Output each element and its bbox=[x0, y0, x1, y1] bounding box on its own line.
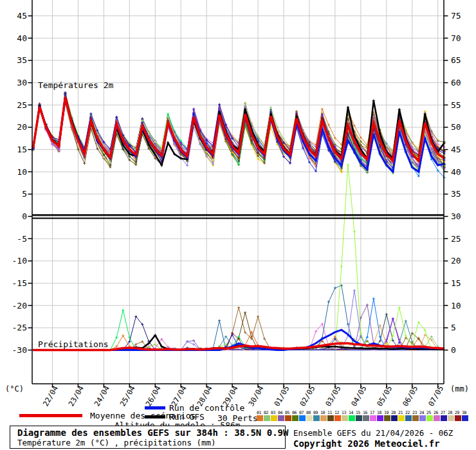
left-tick-label: 25 bbox=[17, 100, 27, 110]
run-info: Ensemble GEFS du 21/04/2026 - 06Z bbox=[293, 428, 453, 438]
pert-color-square bbox=[462, 415, 468, 421]
date-label: 23/04 bbox=[67, 384, 86, 408]
pert-number: 26 bbox=[434, 410, 441, 415]
pert-color-square bbox=[327, 415, 334, 421]
pert-color-square bbox=[412, 415, 419, 421]
right-tick-label: 35 bbox=[451, 189, 461, 199]
pert-number: 03 bbox=[271, 410, 278, 415]
left-tick-label: -10 bbox=[12, 256, 27, 266]
pert-number: 16 bbox=[363, 410, 370, 415]
pert-color-square bbox=[377, 415, 383, 421]
series-markers bbox=[186, 303, 401, 345]
date-label: 05/05 bbox=[375, 384, 394, 408]
right-tick-label: 20 bbox=[451, 256, 461, 266]
pert-color-square bbox=[278, 415, 284, 421]
pert-swatch-16: 16 bbox=[363, 410, 370, 421]
pert-number: 15 bbox=[356, 410, 363, 415]
left-tick-label: -5 bbox=[17, 234, 27, 244]
date-label: 25/04 bbox=[118, 384, 136, 408]
pert-number: 05 bbox=[285, 410, 292, 415]
pert-swatch-11: 11 bbox=[327, 410, 334, 421]
pert-color-square bbox=[257, 415, 263, 421]
pert-number: 04 bbox=[278, 410, 285, 415]
legend-mean-line bbox=[19, 414, 82, 417]
pert-color-square bbox=[299, 415, 306, 421]
pert-color-square bbox=[306, 415, 313, 421]
right-tick-label: 5 bbox=[451, 323, 456, 332]
pert-swatch-15: 15 bbox=[356, 410, 363, 421]
pert-swatch-29: 29 bbox=[455, 410, 462, 421]
right-tick-label: 50 bbox=[451, 122, 461, 132]
left-tick-label: -30 bbox=[12, 345, 27, 355]
series-line bbox=[33, 165, 444, 350]
pert-color-square bbox=[391, 415, 398, 421]
gridlines bbox=[32, 0, 444, 384]
pert-swatch-09: 09 bbox=[313, 410, 320, 421]
date-label: 30/04 bbox=[246, 384, 265, 408]
right-tick-label: 70 bbox=[451, 33, 461, 43]
pert-swatch-01: 01 bbox=[257, 410, 264, 421]
left-tick-label: 10 bbox=[17, 167, 27, 177]
pert-number: 02 bbox=[264, 410, 271, 415]
date-label: 04/05 bbox=[349, 384, 368, 408]
pert-color-square bbox=[441, 415, 447, 421]
chart-subtitle: Température 2m (°C) , précipitations (mm… bbox=[17, 438, 285, 447]
right-tick-label: 75 bbox=[451, 11, 461, 21]
pert-swatch-25: 25 bbox=[426, 410, 434, 421]
left-tick-label: 5 bbox=[22, 189, 27, 199]
right-tick-label: 45 bbox=[451, 145, 461, 154]
pert-swatch-19: 19 bbox=[384, 410, 391, 421]
date-label: 26/04 bbox=[143, 384, 162, 408]
pert-swatch-14: 14 bbox=[349, 410, 356, 421]
pert-color-square bbox=[398, 415, 405, 421]
series-markers bbox=[186, 284, 349, 349]
date-label: 06/05 bbox=[401, 384, 419, 408]
pert-swatch-27: 27 bbox=[441, 410, 448, 421]
pert-color-square bbox=[285, 415, 291, 421]
pert-color-square bbox=[405, 415, 412, 421]
pert-swatch-10: 10 bbox=[320, 410, 327, 421]
pert-swatch-28: 28 bbox=[448, 410, 455, 421]
left-tick-label: -20 bbox=[12, 301, 27, 310]
pert-number: 09 bbox=[313, 410, 320, 415]
pert-number: 30 bbox=[462, 410, 469, 415]
pert-swatch-20: 20 bbox=[391, 410, 398, 421]
ensemble-series bbox=[32, 91, 446, 350]
date-label: 22/04 bbox=[41, 384, 60, 408]
date-label: 24/04 bbox=[93, 384, 111, 408]
pert-number: 08 bbox=[306, 410, 313, 415]
pert-number: 17 bbox=[370, 410, 377, 415]
legend-control-line bbox=[145, 406, 165, 410]
pert-number: 29 bbox=[455, 410, 462, 415]
left-tick-label: 30 bbox=[17, 78, 27, 87]
pert-number: 18 bbox=[377, 410, 384, 415]
pert-color-square bbox=[320, 415, 327, 421]
pert-number: 19 bbox=[384, 410, 391, 415]
right-tick-label: 55 bbox=[451, 100, 461, 110]
left-tick-label: -25 bbox=[12, 323, 27, 332]
pert-number: 13 bbox=[342, 410, 349, 415]
pert-number: 25 bbox=[426, 410, 434, 415]
pert-color-square bbox=[426, 415, 433, 421]
pert-number: 10 bbox=[320, 410, 327, 415]
pert-number: 12 bbox=[334, 410, 342, 415]
date-label: 01/05 bbox=[272, 384, 291, 408]
pert-swatch-06: 06 bbox=[292, 410, 299, 421]
pert-color-square bbox=[419, 415, 426, 421]
right-tick-label: 65 bbox=[451, 55, 461, 65]
pert-color-square bbox=[271, 415, 277, 421]
precipitation-section-label: Précipitations bbox=[38, 339, 109, 349]
ensemble-chart: 45754070356530602555205015451040535030-5… bbox=[0, 0, 476, 450]
pert-number: 23 bbox=[412, 410, 419, 415]
right-tick-label: 0 bbox=[451, 345, 456, 355]
pert-swatch-07: 07 bbox=[299, 410, 306, 421]
right-tick-label: 60 bbox=[451, 78, 461, 87]
title-box: Diagramme des ensembles GEFS sur 384h : … bbox=[10, 426, 286, 449]
date-label: 03/05 bbox=[324, 384, 342, 408]
pert-swatch-22: 22 bbox=[405, 410, 412, 421]
perturbation-swatches: 0102030405060708091011121314151617181920… bbox=[257, 410, 470, 424]
left-tick-label: 45 bbox=[17, 11, 27, 21]
pert-number: 22 bbox=[405, 410, 412, 415]
pert-swatch-02: 02 bbox=[264, 410, 271, 421]
left-tick-label: 0 bbox=[22, 212, 27, 221]
